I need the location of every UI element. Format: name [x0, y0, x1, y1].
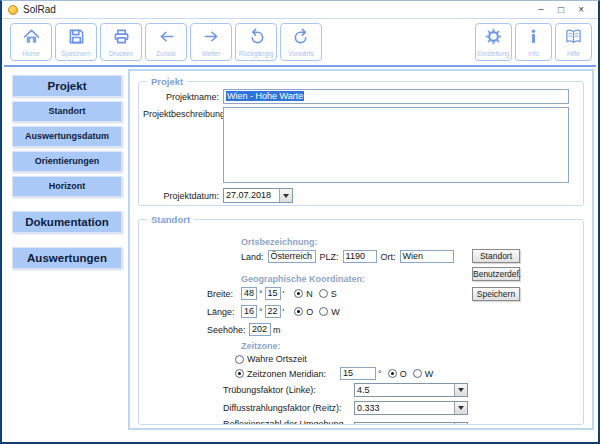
dropdown-arrow-icon[interactable]	[454, 423, 467, 425]
home-button[interactable]: Home	[10, 23, 52, 61]
projektname-input[interactable]: Wien - Hohe Warte	[223, 89, 569, 104]
projektdatum-label: Projektdatum:	[143, 191, 223, 201]
undo-icon	[248, 28, 265, 49]
projektname-label: Projektname:	[143, 92, 223, 102]
speichern-button[interactable]: Speichern	[472, 287, 520, 301]
diffusstrahlungsfaktor-row: Diffusstrahlungsfaktor (Reitz): 0.333	[223, 401, 468, 415]
zeitzonen-meridian-label: Zeitzonen Meridian:	[247, 369, 326, 379]
truebungsfaktor-label: Trübungsfaktor (Linke):	[223, 385, 354, 395]
toolbar-button-label: Info	[528, 50, 539, 57]
seehoehe-row: Seehöhe: 202 m	[207, 323, 283, 336]
minute-symbol: '	[283, 307, 285, 317]
zeitzone-heading: Zeitzone:	[241, 341, 281, 351]
dropdown-arrow-icon[interactable]	[279, 189, 292, 202]
breite-row: Breite: 48 ° 15 ' N S	[207, 287, 343, 300]
albedo-combo[interactable]: 0.2	[354, 422, 468, 425]
maximize-button[interactable]: □	[558, 5, 564, 15]
degree-symbol: °	[259, 289, 263, 299]
sidebar-item-standort[interactable]: Standort	[12, 101, 122, 122]
content-area: Projekt Standort Auswertungsdatum Orient…	[2, 67, 598, 441]
laenge-min-input[interactable]: 22	[265, 305, 281, 318]
truebungsfaktor-combo[interactable]: 4.5	[354, 383, 468, 397]
diffusstrahlungsfaktor-combo[interactable]: 0.333	[354, 401, 468, 415]
main-panel: Projekt Projektname: Wien - Hohe Warte P…	[128, 69, 594, 430]
breite-n-radio[interactable]	[294, 289, 303, 298]
projektdatum-combo[interactable]: 27.07.2018	[223, 188, 293, 203]
toolbar-button-label: Rückgängig	[239, 50, 273, 57]
meridian-w-radio[interactable]	[413, 369, 422, 378]
seehoehe-unit: m	[273, 325, 281, 335]
meridian-input[interactable]: 15	[340, 367, 376, 380]
dropdown-arrow-icon[interactable]	[454, 384, 467, 396]
standort-group-legend: Standort	[147, 214, 194, 225]
laenge-w-label: W	[331, 307, 340, 317]
redo-icon	[293, 28, 310, 49]
toolbar-right-group: Einstellung Info Hilfe	[475, 23, 592, 61]
land-label: Land:	[241, 252, 264, 262]
meridian-row: Zeitzonen Meridian: 15 ° O W	[235, 367, 439, 380]
seehoehe-label: Seehöhe:	[207, 325, 249, 335]
close-button[interactable]: ×	[578, 5, 584, 15]
arrow-right-icon	[203, 28, 220, 49]
sidebar-item-auswertungsdatum[interactable]: Auswertungsdatum	[12, 126, 122, 147]
sidebar-item-horizont[interactable]: Horizont	[12, 176, 122, 197]
breite-n-label: N	[306, 289, 313, 299]
back-button[interactable]: Zurück	[145, 23, 187, 61]
sidebar-item-projekt[interactable]: Projekt	[12, 75, 122, 97]
forward-button[interactable]: Weiter	[190, 23, 232, 61]
laenge-o-radio[interactable]	[294, 307, 303, 316]
ortsbezeichnung-heading: Ortsbezeichnung:	[241, 237, 318, 247]
toolbar-button-label: Vorwärts	[288, 50, 313, 57]
plz-input[interactable]: 1190	[343, 250, 377, 263]
breite-grad-input[interactable]: 48	[241, 287, 257, 300]
breite-min-input[interactable]: 15	[265, 287, 281, 300]
toolbar-button-label: Zurück	[156, 50, 176, 57]
wahre-ortszeit-radio[interactable]	[235, 355, 244, 364]
benutzerdef-button[interactable]: Benutzerdef.	[472, 267, 520, 281]
standort-button-column: Standort Benutzerdef. Speichern	[472, 249, 520, 301]
meridian-o-radio[interactable]	[388, 369, 397, 378]
toolbar-button-label: Speichern	[61, 50, 90, 57]
standort-lookup-button[interactable]: Standort	[472, 249, 520, 263]
sidebar-item-orientierungen[interactable]: Orientierungen	[12, 151, 122, 172]
arrow-left-icon	[158, 28, 175, 49]
gear-icon	[485, 28, 502, 49]
land-input[interactable]: Österreich	[268, 250, 316, 263]
help-button[interactable]: Hilfe	[555, 23, 592, 61]
laenge-w-radio[interactable]	[319, 307, 328, 316]
seehoehe-input[interactable]: 202	[249, 323, 271, 336]
title-bar: SolRad − □ ×	[2, 1, 598, 19]
meridian-w-label: W	[425, 369, 434, 379]
toolbar: Home Speichern Drucken Zurück Weiter Rüc…	[2, 19, 598, 65]
help-book-icon	[565, 28, 582, 49]
app-window: SolRad − □ × Home Speichern Drucken Zurü	[0, 0, 600, 444]
dropdown-arrow-icon[interactable]	[454, 402, 467, 414]
undo-button[interactable]: Rückgängig	[235, 23, 277, 61]
info-button[interactable]: Info	[515, 23, 552, 61]
plz-label: PLZ:	[320, 252, 339, 262]
minimize-button[interactable]: −	[538, 5, 544, 15]
projekt-group-legend: Projekt	[147, 76, 187, 87]
sidebar-item-dokumentation[interactable]: Dokumentation	[12, 211, 122, 233]
laenge-grad-input[interactable]: 16	[241, 305, 257, 318]
wahre-ortszeit-row: Wahre Ortszeit	[235, 354, 313, 364]
albedo-row: Reflexionszahl der Umgebung (Albedo): 0.…	[223, 419, 468, 425]
save-button[interactable]: Speichern	[55, 23, 97, 61]
degree-symbol: °	[259, 307, 263, 317]
breite-s-radio[interactable]	[319, 289, 328, 298]
print-button[interactable]: Drucken	[100, 23, 142, 61]
projektbeschreibung-input[interactable]	[223, 107, 569, 183]
koordinaten-heading: Geographische Koordinaten:	[241, 274, 365, 284]
toolbar-left-group: Home Speichern Drucken Zurück Weiter Rüc…	[10, 23, 322, 61]
toolbar-button-label: Einstellung	[478, 50, 510, 57]
settings-button[interactable]: Einstellung	[475, 23, 512, 61]
projekt-group: Projekt Projektname: Wien - Hohe Warte P…	[138, 76, 584, 206]
zeitzonen-meridian-radio[interactable]	[235, 369, 244, 378]
redo-button[interactable]: Vorwärts	[280, 23, 322, 61]
sidebar-item-auswertungen[interactable]: Auswertungen	[12, 247, 122, 269]
toolbar-button-label: Drucken	[109, 50, 133, 57]
minute-symbol: '	[283, 289, 285, 299]
ort-input[interactable]: Wien	[400, 250, 454, 263]
projektbeschreibung-label: Projektbeschreibung:	[143, 107, 223, 119]
selected-text: Wien - Hohe Warte	[226, 91, 304, 101]
